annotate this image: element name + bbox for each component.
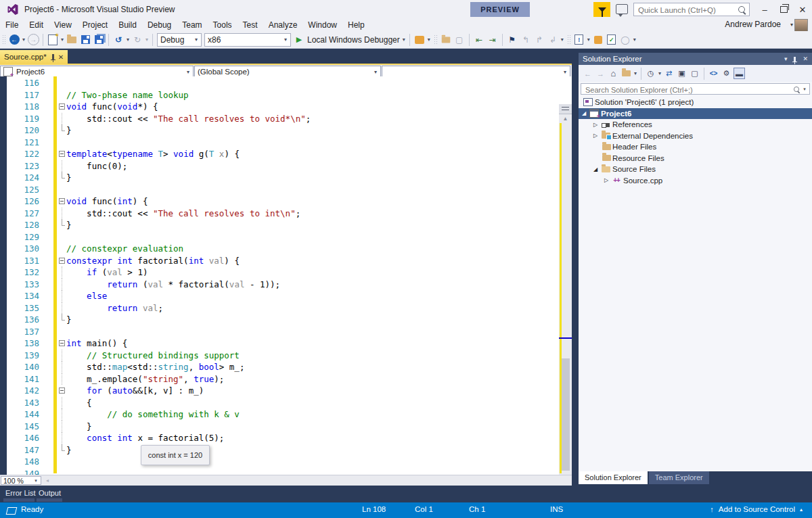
menu-item-debug[interactable]: Debug xyxy=(142,19,177,31)
code-line-134[interactable]: 134 else xyxy=(0,290,572,302)
code-line-129[interactable]: 129 xyxy=(0,231,572,243)
quick-launch-input[interactable] xyxy=(637,4,734,16)
code-line-124[interactable]: 124} xyxy=(0,172,572,184)
code-line-130[interactable]: 130// constexpr evaluation xyxy=(0,243,572,255)
close-tab-icon[interactable]: ✕ xyxy=(58,53,64,61)
code-line-147[interactable]: 147} xyxy=(0,444,572,456)
notifications-flag-button[interactable] xyxy=(593,2,610,17)
solution-explorer-search-input[interactable] xyxy=(584,85,783,95)
undo-caret-icon[interactable]: ▾ xyxy=(125,37,131,43)
se-sync-with-active-document-button[interactable]: ⇄ xyxy=(663,68,675,79)
code-line-142[interactable]: 142 for (auto&&[k, v] : m_) xyxy=(0,385,572,397)
error-list-caret-icon[interactable]: ▾ xyxy=(586,37,591,43)
code-line-138[interactable]: 138int main() { xyxy=(0,337,572,350)
se-pending-changes-caret-icon[interactable]: ▾ xyxy=(657,70,662,76)
code-line-117[interactable]: 117// Two-phase name lookup xyxy=(0,89,572,101)
menu-item-project[interactable]: Project xyxy=(77,19,113,31)
solution-platform-dropdown[interactable]: x86▾ xyxy=(204,33,291,47)
toolbar-grip[interactable] xyxy=(434,34,437,45)
collapse-region-icon[interactable] xyxy=(58,101,66,113)
navigate-forward-button[interactable]: → xyxy=(27,34,39,46)
line-unindent-button[interactable]: ⇥ xyxy=(487,34,499,46)
code-line-128[interactable]: 128} xyxy=(0,219,572,231)
tool-tab-team-explorer[interactable]: Team Explorer xyxy=(649,471,709,484)
solution-configuration-dropdown[interactable]: Debug▾ xyxy=(157,33,202,47)
add-test-button[interactable]: ✓ xyxy=(606,34,618,46)
menu-item-test[interactable]: Test xyxy=(238,19,263,31)
expanded-arrow-icon[interactable]: ◢ xyxy=(592,166,599,172)
code-line-140[interactable]: 140 std::map<std::string, bool> m_; xyxy=(0,361,572,373)
save-all-button[interactable] xyxy=(93,34,105,46)
user-account-menu[interactable]: Andrew Pardoe xyxy=(725,20,781,29)
code-line-119[interactable]: 119 std::cout << "The call resolves to v… xyxy=(0,113,572,125)
code-line-132[interactable]: 132 if (val > 1) xyxy=(0,266,572,279)
tree-item-solution-project6-1-project[interactable]: Solution 'Project6' (1 project) xyxy=(579,97,812,108)
code-line-131[interactable]: 131constexpr int factorial(int val) { xyxy=(0,255,572,267)
tree-item-references[interactable]: ▷References xyxy=(579,119,812,131)
add-to-source-control-button[interactable]: ↑ Add to Source Control ▴ xyxy=(710,505,803,513)
tree-item-source-files[interactable]: ◢Source Files xyxy=(579,164,812,175)
solution-explorer-search-box[interactable]: ▾ xyxy=(581,83,810,95)
close-button[interactable]: ✕ xyxy=(793,0,812,19)
minimize-button[interactable]: – xyxy=(755,0,774,19)
menu-item-window[interactable]: Window xyxy=(302,19,342,31)
undo-button[interactable]: ↺ xyxy=(112,34,125,46)
new-project-button[interactable] xyxy=(47,34,59,46)
se-back-button[interactable]: ← xyxy=(582,68,593,79)
collapse-region-icon[interactable] xyxy=(58,255,66,267)
se-refresh-button[interactable]: ▣ xyxy=(676,68,687,79)
splitter-handle[interactable] xyxy=(559,104,572,114)
collapsed-arrow-icon[interactable]: ▷ xyxy=(592,122,599,128)
error-list-tab[interactable]: Error List xyxy=(5,489,36,497)
expanded-arrow-icon[interactable]: ◢ xyxy=(581,110,587,116)
menu-item-file[interactable]: File xyxy=(0,19,24,31)
navigate-back-caret-icon[interactable]: ▾ xyxy=(21,37,26,43)
code-line-137[interactable]: 137 xyxy=(0,326,572,338)
code-line-116[interactable]: 116 xyxy=(0,77,572,89)
next-bookmark-button[interactable]: ↱ xyxy=(533,34,545,46)
code-line-148[interactable]: 148 xyxy=(0,456,572,468)
close-panel-icon[interactable]: ✕ xyxy=(803,55,808,62)
search-options-caret-icon[interactable]: ▾ xyxy=(802,87,807,92)
tree-item-resource-files[interactable]: Resource Files xyxy=(579,153,812,164)
navigate-backward-button[interactable]: ← xyxy=(8,34,20,46)
attach-to-process-button[interactable] xyxy=(413,34,426,46)
quick-launch-box[interactable] xyxy=(633,3,750,16)
pin-tab-icon[interactable] xyxy=(52,53,54,61)
clear-bookmarks-button[interactable]: ↲ xyxy=(547,34,559,46)
code-line-133[interactable]: 133 return (val * factorial(val - 1)); xyxy=(0,279,572,291)
save-button[interactable] xyxy=(79,34,91,46)
code-line-125[interactable]: 125 xyxy=(0,184,572,196)
menu-item-tools[interactable]: Tools xyxy=(208,19,238,31)
code-line-121[interactable]: 121 xyxy=(0,137,572,149)
scroll-left-icon[interactable]: ◂ xyxy=(46,477,49,484)
se-pending-changes-button[interactable]: ◷ xyxy=(645,68,656,79)
editor-zoom-dropdown[interactable]: 100 % ▾ xyxy=(1,476,41,485)
se-forward-button[interactable]: → xyxy=(595,68,606,79)
menu-item-team[interactable]: Team xyxy=(177,19,207,31)
menu-item-view[interactable]: View xyxy=(49,19,77,31)
user-avatar[interactable] xyxy=(794,19,808,32)
previous-bookmark-button[interactable]: ↰ xyxy=(520,34,532,46)
navigate-to-button[interactable] xyxy=(440,34,452,46)
menu-item-analyze[interactable]: Analyze xyxy=(263,19,303,31)
collapsed-arrow-icon[interactable]: ▷ xyxy=(592,133,599,139)
scrollbar-thumb[interactable] xyxy=(562,358,570,471)
new-project-caret-icon[interactable]: ▾ xyxy=(60,37,65,43)
code-line-139[interactable]: 139 // Structured bindings support xyxy=(0,350,572,362)
toggle-bookmark-button[interactable]: ⚑ xyxy=(506,34,518,46)
redo-button[interactable]: ↻ xyxy=(131,34,143,46)
code-line-127[interactable]: 127 std::cout << "The call resolves to i… xyxy=(0,208,572,220)
feedback-icon[interactable] xyxy=(616,4,628,14)
scroll-up-icon[interactable]: ▲ xyxy=(559,116,572,122)
add-item-button[interactable] xyxy=(592,34,604,46)
tree-item-header-files[interactable]: Header Files xyxy=(579,141,812,153)
collapse-region-icon[interactable] xyxy=(58,195,66,208)
solution-explorer-header[interactable]: Solution Explorer ▾ ✕ xyxy=(579,53,812,65)
tree-item-external-dependencies[interactable]: ▷External Dependencies xyxy=(579,131,812,142)
start-debugging-icon[interactable]: ▶ xyxy=(293,34,305,46)
code-editor[interactable]: 116117// Two-phase name lookup118void fu… xyxy=(0,76,572,475)
open-file-button[interactable] xyxy=(66,34,78,46)
se-preview-selected-items-button[interactable]: ▬ xyxy=(734,68,745,79)
document-tab-source-cpp[interactable]: Source.cpp* ✕ xyxy=(0,50,68,64)
